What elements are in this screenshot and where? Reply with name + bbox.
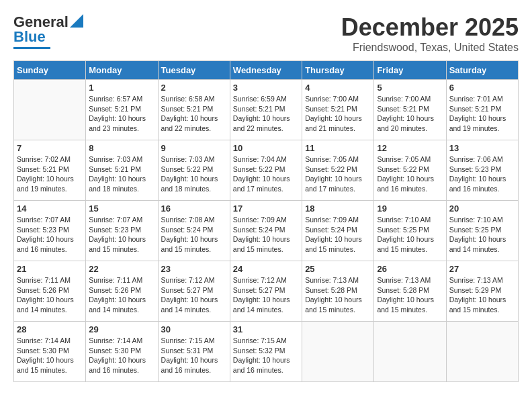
table-row: 11Sunrise: 7:05 AMSunset: 5:22 PMDayligh… <box>302 140 374 201</box>
logo-triangle-icon <box>70 14 83 28</box>
svg-marker-0 <box>70 14 83 28</box>
table-row: 3Sunrise: 6:59 AMSunset: 5:21 PMDaylight… <box>230 80 302 140</box>
day-number: 28 <box>17 324 83 334</box>
table-row: 31Sunrise: 7:15 AMSunset: 5:32 PMDayligh… <box>230 322 302 382</box>
table-row: 5Sunrise: 7:00 AMSunset: 5:21 PMDaylight… <box>374 80 446 140</box>
location: Friendswood, Texas, United States <box>341 42 519 54</box>
day-number: 9 <box>161 143 227 153</box>
day-number: 2 <box>161 83 227 93</box>
day-info: Sunrise: 7:07 AMSunset: 5:23 PMDaylight:… <box>17 215 83 255</box>
day-info: Sunrise: 7:11 AMSunset: 5:26 PMDaylight:… <box>17 275 83 315</box>
page-header: General Blue December 2025 Friendswood, … <box>13 13 519 54</box>
calendar-week-row: 1Sunrise: 6:57 AMSunset: 5:21 PMDaylight… <box>14 80 519 140</box>
day-info: Sunrise: 6:59 AMSunset: 5:21 PMDaylight:… <box>233 94 299 134</box>
table-row: 15Sunrise: 7:07 AMSunset: 5:23 PMDayligh… <box>86 201 158 261</box>
month-title: December 2025 <box>341 13 519 42</box>
day-info: Sunrise: 7:12 AMSunset: 5:27 PMDaylight:… <box>161 275 227 315</box>
col-thursday: Thursday <box>302 61 374 80</box>
day-info: Sunrise: 7:00 AMSunset: 5:21 PMDaylight:… <box>305 94 371 134</box>
table-row: 25Sunrise: 7:13 AMSunset: 5:28 PMDayligh… <box>302 261 374 322</box>
day-info: Sunrise: 6:57 AMSunset: 5:21 PMDaylight:… <box>89 94 154 134</box>
table-row: 26Sunrise: 7:13 AMSunset: 5:28 PMDayligh… <box>374 261 446 322</box>
day-info: Sunrise: 7:03 AMSunset: 5:21 PMDaylight:… <box>89 154 154 194</box>
day-info: Sunrise: 7:03 AMSunset: 5:22 PMDaylight:… <box>161 154 227 194</box>
calendar-week-row: 14Sunrise: 7:07 AMSunset: 5:23 PMDayligh… <box>14 201 519 261</box>
day-info: Sunrise: 7:09 AMSunset: 5:24 PMDaylight:… <box>305 215 371 255</box>
day-number: 29 <box>89 324 154 334</box>
logo: General Blue <box>13 13 83 49</box>
day-number: 5 <box>377 83 443 93</box>
day-info: Sunrise: 7:13 AMSunset: 5:28 PMDaylight:… <box>377 275 443 315</box>
day-info: Sunrise: 7:13 AMSunset: 5:28 PMDaylight:… <box>305 275 371 315</box>
day-number: 17 <box>233 203 299 214</box>
col-sunday: Sunday <box>14 61 86 80</box>
calendar-header-row: Sunday Monday Tuesday Wednesday Thursday… <box>14 61 519 80</box>
day-info: Sunrise: 7:06 AMSunset: 5:23 PMDaylight:… <box>449 154 515 194</box>
day-number: 12 <box>377 143 443 153</box>
table-row: 6Sunrise: 7:01 AMSunset: 5:21 PMDaylight… <box>446 80 518 140</box>
day-number: 16 <box>161 203 227 214</box>
title-block: December 2025 Friendswood, Texas, United… <box>341 13 519 54</box>
day-info: Sunrise: 7:14 AMSunset: 5:30 PMDaylight:… <box>89 336 154 375</box>
day-number: 1 <box>89 83 154 93</box>
calendar-week-row: 21Sunrise: 7:11 AMSunset: 5:26 PMDayligh… <box>14 261 519 322</box>
table-row: 30Sunrise: 7:15 AMSunset: 5:31 PMDayligh… <box>158 322 230 382</box>
day-number: 20 <box>449 203 515 214</box>
day-number: 6 <box>449 83 515 93</box>
day-info: Sunrise: 7:13 AMSunset: 5:29 PMDaylight:… <box>449 275 515 315</box>
day-number: 10 <box>233 143 299 153</box>
col-wednesday: Wednesday <box>230 61 302 80</box>
day-info: Sunrise: 7:10 AMSunset: 5:25 PMDaylight:… <box>449 215 515 255</box>
day-info: Sunrise: 7:14 AMSunset: 5:30 PMDaylight:… <box>17 336 83 375</box>
day-number: 26 <box>377 264 443 274</box>
table-row: 20Sunrise: 7:10 AMSunset: 5:25 PMDayligh… <box>446 201 518 261</box>
day-info: Sunrise: 7:12 AMSunset: 5:27 PMDaylight:… <box>233 275 299 315</box>
day-info: Sunrise: 7:10 AMSunset: 5:25 PMDaylight:… <box>377 215 443 255</box>
day-info: Sunrise: 6:58 AMSunset: 5:21 PMDaylight:… <box>161 94 227 134</box>
col-friday: Friday <box>374 61 446 80</box>
day-number: 24 <box>233 264 299 274</box>
calendar-table: Sunday Monday Tuesday Wednesday Thursday… <box>13 60 519 382</box>
day-number: 23 <box>161 264 227 274</box>
day-info: Sunrise: 7:05 AMSunset: 5:22 PMDaylight:… <box>305 154 371 194</box>
table-row: 24Sunrise: 7:12 AMSunset: 5:27 PMDayligh… <box>230 261 302 322</box>
day-info: Sunrise: 7:09 AMSunset: 5:24 PMDaylight:… <box>233 215 299 255</box>
day-number: 19 <box>377 203 443 214</box>
day-number: 25 <box>305 264 371 274</box>
table-row: 2Sunrise: 6:58 AMSunset: 5:21 PMDaylight… <box>158 80 230 140</box>
table-row: 29Sunrise: 7:14 AMSunset: 5:30 PMDayligh… <box>86 322 158 382</box>
calendar-week-row: 28Sunrise: 7:14 AMSunset: 5:30 PMDayligh… <box>14 322 519 382</box>
table-row <box>446 322 518 382</box>
day-number: 22 <box>89 264 154 274</box>
logo-underline <box>13 47 50 49</box>
table-row: 27Sunrise: 7:13 AMSunset: 5:29 PMDayligh… <box>446 261 518 322</box>
table-row: 21Sunrise: 7:11 AMSunset: 5:26 PMDayligh… <box>14 261 86 322</box>
day-info: Sunrise: 7:01 AMSunset: 5:21 PMDaylight:… <box>449 94 515 134</box>
day-number: 15 <box>89 203 154 214</box>
day-info: Sunrise: 7:08 AMSunset: 5:24 PMDaylight:… <box>161 215 227 255</box>
day-number: 14 <box>17 203 83 214</box>
table-row: 1Sunrise: 6:57 AMSunset: 5:21 PMDaylight… <box>86 80 158 140</box>
day-info: Sunrise: 7:07 AMSunset: 5:23 PMDaylight:… <box>89 215 154 255</box>
day-info: Sunrise: 7:02 AMSunset: 5:21 PMDaylight:… <box>17 154 83 194</box>
day-number: 18 <box>305 203 371 214</box>
table-row: 28Sunrise: 7:14 AMSunset: 5:30 PMDayligh… <box>14 322 86 382</box>
table-row: 10Sunrise: 7:04 AMSunset: 5:22 PMDayligh… <box>230 140 302 201</box>
table-row: 9Sunrise: 7:03 AMSunset: 5:22 PMDaylight… <box>158 140 230 201</box>
table-row: 18Sunrise: 7:09 AMSunset: 5:24 PMDayligh… <box>302 201 374 261</box>
day-number: 21 <box>17 264 83 274</box>
col-monday: Monday <box>86 61 158 80</box>
day-number: 4 <box>305 83 371 93</box>
table-row: 22Sunrise: 7:11 AMSunset: 5:26 PMDayligh… <box>86 261 158 322</box>
day-info: Sunrise: 7:04 AMSunset: 5:22 PMDaylight:… <box>233 154 299 194</box>
day-info: Sunrise: 7:11 AMSunset: 5:26 PMDaylight:… <box>89 275 154 315</box>
day-info: Sunrise: 7:05 AMSunset: 5:22 PMDaylight:… <box>377 154 443 194</box>
col-saturday: Saturday <box>446 61 518 80</box>
table-row: 4Sunrise: 7:00 AMSunset: 5:21 PMDaylight… <box>302 80 374 140</box>
table-row: 14Sunrise: 7:07 AMSunset: 5:23 PMDayligh… <box>14 201 86 261</box>
calendar-week-row: 7Sunrise: 7:02 AMSunset: 5:21 PMDaylight… <box>14 140 519 201</box>
table-row <box>374 322 446 382</box>
table-row: 13Sunrise: 7:06 AMSunset: 5:23 PMDayligh… <box>446 140 518 201</box>
day-number: 31 <box>233 324 299 334</box>
day-info: Sunrise: 7:15 AMSunset: 5:32 PMDaylight:… <box>233 336 299 375</box>
